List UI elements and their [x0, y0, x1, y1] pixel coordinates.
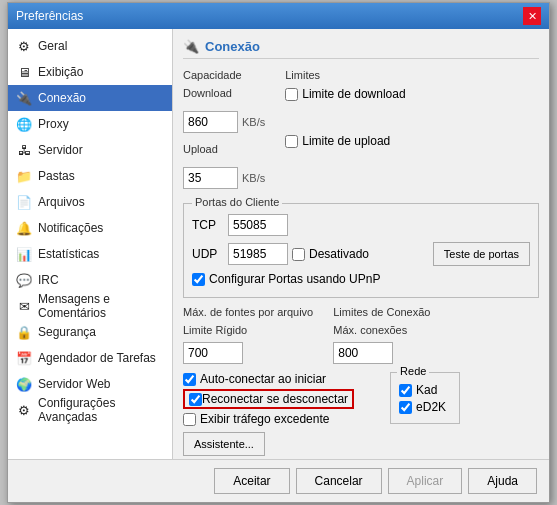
sidebar-label-arquivos: Arquivos	[38, 195, 85, 209]
limites-conexao-group: Limites de Conexão Máx. conexões	[333, 306, 430, 364]
max-fontes-row: Máx. de fontes por arquivo Limite Rígido…	[183, 306, 539, 364]
sidebar-item-estatisticas[interactable]: 📊 Estatísticas	[8, 241, 172, 267]
bottom-options-row: Auto-conectar ao iniciar Reconectar se d…	[183, 372, 539, 456]
reconectar-checkbox[interactable]	[189, 393, 202, 406]
sidebar-label-seguranca: Segurança	[38, 325, 96, 339]
conexao-icon: 🔌	[16, 90, 32, 106]
capacidade-group: Capacidade Download KB/s Upload	[183, 69, 265, 195]
sidebar-label-geral: Geral	[38, 39, 67, 53]
arquivos-icon: 📄	[16, 194, 32, 210]
exibir-trafego-row: Exibir tráfego excedente	[183, 412, 354, 426]
upload-field-row: KB/s	[183, 167, 265, 189]
max-fontes-label: Máx. de fontes por arquivo	[183, 306, 313, 318]
title-bar: Preferências ✕	[8, 3, 549, 29]
max-conexoes-input[interactable]	[333, 342, 393, 364]
estatisticas-icon: 📊	[16, 246, 32, 262]
servidor-icon: 🖧	[16, 142, 32, 158]
upnp-label: Configurar Portas usando UPnP	[209, 272, 380, 286]
tcp-input[interactable]	[228, 214, 288, 236]
sidebar-label-mensagens: Mensagens e Comentários	[38, 292, 164, 320]
exibicao-icon: 🖥	[16, 64, 32, 80]
exibir-trafego-checkbox[interactable]	[183, 413, 196, 426]
limite-download-row: Limite de download	[285, 87, 405, 101]
reconectar-label: Reconectar se desconectar	[202, 392, 348, 406]
servidor-web-icon: 🌍	[16, 376, 32, 392]
sidebar-item-servidor[interactable]: 🖧 Servidor	[8, 137, 172, 163]
ajuda-button[interactable]: Ajuda	[468, 468, 537, 494]
panel-title-text: Conexão	[205, 39, 260, 54]
sidebar-item-irc[interactable]: 💬 IRC	[8, 267, 172, 293]
exibir-trafego-label: Exibir tráfego excedente	[200, 412, 329, 426]
ed2k-checkbox[interactable]	[399, 401, 412, 414]
sidebar-label-notificacoes: Notificações	[38, 221, 103, 235]
kad-label: Kad	[416, 383, 437, 397]
limite-rigido-label: Limite Rígido	[183, 324, 313, 336]
geral-icon: ⚙	[16, 38, 32, 54]
upnp-row: Configurar Portas usando UPnP	[192, 272, 530, 286]
proxy-icon: 🌐	[16, 116, 32, 132]
sidebar-item-mensagens[interactable]: ✉ Mensagens e Comentários	[8, 293, 172, 319]
limite-rigido-input[interactable]	[183, 342, 243, 364]
auto-conectar-label: Auto-conectar ao iniciar	[200, 372, 326, 386]
close-button[interactable]: ✕	[523, 7, 541, 25]
sidebar-item-seguranca[interactable]: 🔒 Segurança	[8, 319, 172, 345]
reconectar-highlight: Reconectar se desconectar	[183, 389, 354, 409]
auto-conectar-row: Auto-conectar ao iniciar	[183, 372, 354, 386]
sidebar-label-config-avancadas: Configurações Avançadas	[38, 396, 164, 424]
sidebar-label-proxy: Proxy	[38, 117, 69, 131]
tcp-row: TCP	[192, 214, 530, 236]
limites-label: Limites	[285, 69, 405, 81]
ed2k-row: eD2K	[399, 400, 449, 414]
sidebar-item-geral[interactable]: ⚙ Geral	[8, 33, 172, 59]
sidebar-item-arquivos[interactable]: 📄 Arquivos	[8, 189, 172, 215]
desativado-label: Desativado	[309, 247, 369, 261]
sidebar-item-conexao[interactable]: 🔌 Conexão	[8, 85, 172, 111]
mensagens-icon: ✉	[16, 298, 32, 314]
portas-group: Portas do Cliente TCP UDP Desativado Tes…	[183, 203, 539, 298]
limite-download-checkbox[interactable]	[285, 88, 298, 101]
download-label: Download	[183, 87, 232, 99]
sidebar-item-pastas[interactable]: 📁 Pastas	[8, 163, 172, 189]
max-fontes-group: Máx. de fontes por arquivo Limite Rígido	[183, 306, 313, 364]
sidebar-item-agendador[interactable]: 📅 Agendador de Tarefas	[8, 345, 172, 371]
limite-upload-row: Limite de upload	[285, 134, 405, 148]
preferences-window: Preferências ✕ ⚙ Geral 🖥 Exibição 🔌 Cone…	[7, 2, 550, 503]
aplicar-button[interactable]: Aplicar	[388, 468, 463, 494]
assistente-button[interactable]: Assistente...	[183, 432, 265, 456]
desativado-checkbox[interactable]	[292, 248, 305, 261]
auto-conectar-checkbox[interactable]	[183, 373, 196, 386]
upload-unit: KB/s	[242, 172, 265, 184]
sidebar-label-exibicao: Exibição	[38, 65, 83, 79]
agendador-icon: 📅	[16, 350, 32, 366]
aceitar-button[interactable]: Aceitar	[214, 468, 289, 494]
udp-label: UDP	[192, 247, 224, 261]
limite-upload-checkbox[interactable]	[285, 135, 298, 148]
sidebar-item-proxy[interactable]: 🌐 Proxy	[8, 111, 172, 137]
sidebar-item-notificacoes[interactable]: 🔔 Notificações	[8, 215, 172, 241]
udp-input[interactable]	[228, 243, 288, 265]
sidebar-item-servidor-web[interactable]: 🌍 Servidor Web	[8, 371, 172, 397]
limites-group: Limites Limite de download Limite de upl…	[285, 69, 405, 195]
rede-group: Rede Kad eD2K	[390, 372, 460, 424]
sidebar-item-config-avancadas[interactable]: ⚙ Configurações Avançadas	[8, 397, 172, 423]
capacidade-label: Capacidade	[183, 69, 265, 81]
sidebar-label-pastas: Pastas	[38, 169, 75, 183]
kad-checkbox[interactable]	[399, 384, 412, 397]
sidebar-item-exibicao[interactable]: 🖥 Exibição	[8, 59, 172, 85]
limites-conexao-label: Limites de Conexão	[333, 306, 430, 318]
cancelar-button[interactable]: Cancelar	[296, 468, 382, 494]
checkboxes-group: Auto-conectar ao iniciar Reconectar se d…	[183, 372, 354, 456]
sidebar: ⚙ Geral 🖥 Exibição 🔌 Conexão 🌐 Proxy 🖧 S…	[8, 29, 173, 459]
window-title: Preferências	[16, 9, 83, 23]
limite-upload-label: Limite de upload	[302, 134, 390, 148]
teste-portas-button[interactable]: Teste de portas	[433, 242, 530, 266]
sidebar-label-agendador: Agendador de Tarefas	[38, 351, 156, 365]
upnp-checkbox[interactable]	[192, 273, 205, 286]
download-field-row: KB/s	[183, 111, 265, 133]
upload-label: Upload	[183, 143, 218, 155]
download-row: Download	[183, 87, 265, 101]
download-unit: KB/s	[242, 116, 265, 128]
upload-input[interactable]	[183, 167, 238, 189]
sidebar-label-servidor-web: Servidor Web	[38, 377, 110, 391]
download-input[interactable]	[183, 111, 238, 133]
